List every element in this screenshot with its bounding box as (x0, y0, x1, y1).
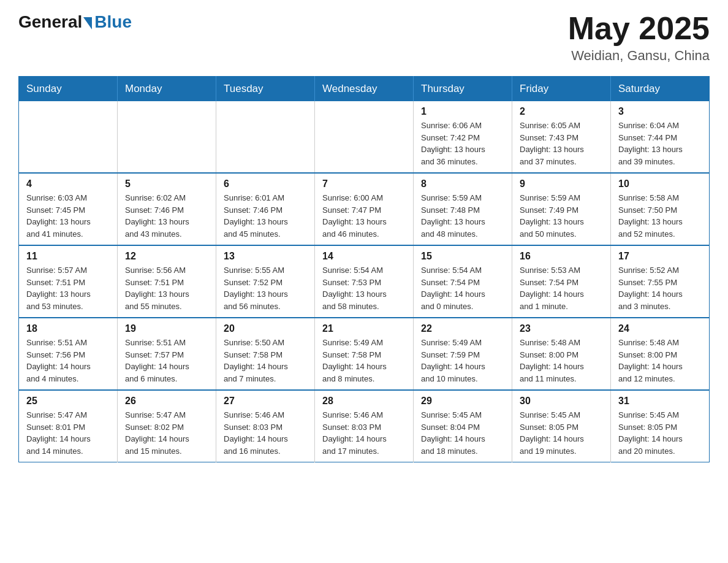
day-number: 26 (125, 396, 208, 407)
calendar-cell: 27Sunrise: 5:46 AMSunset: 8:03 PMDayligh… (216, 390, 315, 462)
day-info: Sunrise: 5:53 AMSunset: 7:54 PMDaylight:… (520, 264, 603, 312)
day-info: Sunrise: 6:05 AMSunset: 7:43 PMDaylight:… (520, 120, 603, 167)
calendar-cell: 29Sunrise: 5:45 AMSunset: 8:04 PMDayligh… (414, 390, 512, 462)
day-info: Sunrise: 5:59 AMSunset: 7:49 PMDaylight:… (520, 192, 603, 240)
day-info: Sunrise: 5:52 AMSunset: 7:55 PMDaylight:… (618, 264, 702, 312)
day-info: Sunrise: 5:48 AMSunset: 8:00 PMDaylight:… (520, 337, 603, 385)
day-info: Sunrise: 5:56 AMSunset: 7:51 PMDaylight:… (125, 264, 208, 312)
day-number: 22 (421, 323, 504, 334)
day-info: Sunrise: 6:02 AMSunset: 7:46 PMDaylight:… (125, 192, 208, 240)
logo-general-text: General (18, 12, 82, 32)
calendar-cell: 4Sunrise: 6:03 AMSunset: 7:45 PMDaylight… (19, 173, 118, 245)
calendar-title: May 2025 (568, 12, 710, 44)
calendar-cell: 3Sunrise: 6:04 AMSunset: 7:44 PMDaylight… (611, 101, 710, 173)
calendar-cell: 24Sunrise: 5:48 AMSunset: 8:00 PMDayligh… (611, 318, 710, 390)
day-info: Sunrise: 5:50 AMSunset: 7:58 PMDaylight:… (224, 337, 307, 385)
day-number: 31 (618, 396, 702, 407)
day-of-week-header: Friday (512, 77, 611, 102)
day-number: 19 (125, 323, 208, 334)
day-number: 9 (520, 178, 603, 190)
day-info: Sunrise: 5:49 AMSunset: 7:58 PMDaylight:… (322, 337, 406, 385)
day-number: 14 (322, 251, 406, 262)
day-info: Sunrise: 6:04 AMSunset: 7:44 PMDaylight:… (618, 120, 702, 167)
day-number: 5 (125, 178, 208, 190)
day-number: 1 (421, 106, 504, 117)
day-number: 21 (322, 323, 406, 334)
calendar-cell: 2Sunrise: 6:05 AMSunset: 7:43 PMDaylight… (512, 101, 611, 173)
day-number: 25 (26, 396, 110, 407)
logo-triangle-icon (83, 17, 92, 29)
day-of-week-header: Sunday (19, 77, 118, 102)
calendar-table: SundayMondayTuesdayWednesdayThursdayFrid… (18, 76, 710, 462)
calendar-cell: 13Sunrise: 5:55 AMSunset: 7:52 PMDayligh… (216, 245, 315, 318)
day-number: 29 (421, 396, 504, 407)
calendar-cell: 22Sunrise: 5:49 AMSunset: 7:59 PMDayligh… (414, 318, 512, 390)
day-number: 27 (224, 396, 307, 407)
day-number: 18 (26, 323, 110, 334)
day-of-week-header: Saturday (611, 77, 710, 102)
day-info: Sunrise: 5:54 AMSunset: 7:53 PMDaylight:… (322, 264, 406, 312)
day-of-week-header: Wednesday (315, 77, 414, 102)
day-info: Sunrise: 5:48 AMSunset: 8:00 PMDaylight:… (618, 337, 702, 385)
day-number: 11 (26, 251, 110, 262)
calendar-cell: 7Sunrise: 6:00 AMSunset: 7:47 PMDaylight… (315, 173, 414, 245)
day-of-week-header: Monday (118, 77, 216, 102)
calendar-cell: 21Sunrise: 5:49 AMSunset: 7:58 PMDayligh… (315, 318, 414, 390)
day-info: Sunrise: 5:47 AMSunset: 8:01 PMDaylight:… (26, 409, 110, 457)
day-info: Sunrise: 6:00 AMSunset: 7:47 PMDaylight:… (322, 192, 406, 240)
calendar-cell: 23Sunrise: 5:48 AMSunset: 8:00 PMDayligh… (512, 318, 611, 390)
day-info: Sunrise: 5:59 AMSunset: 7:48 PMDaylight:… (421, 192, 504, 240)
calendar-cell (315, 101, 414, 173)
day-info: Sunrise: 5:54 AMSunset: 7:54 PMDaylight:… (421, 264, 504, 312)
calendar-week-row: 25Sunrise: 5:47 AMSunset: 8:01 PMDayligh… (19, 390, 710, 462)
calendar-cell: 11Sunrise: 5:57 AMSunset: 7:51 PMDayligh… (19, 245, 118, 318)
day-number: 6 (224, 178, 307, 190)
calendar-cell: 15Sunrise: 5:54 AMSunset: 7:54 PMDayligh… (414, 245, 512, 318)
calendar-cell: 10Sunrise: 5:58 AMSunset: 7:50 PMDayligh… (611, 173, 710, 245)
day-number: 2 (520, 106, 603, 117)
calendar-cell (19, 101, 118, 173)
day-info: Sunrise: 5:47 AMSunset: 8:02 PMDaylight:… (125, 409, 208, 457)
day-info: Sunrise: 5:45 AMSunset: 8:05 PMDaylight:… (520, 409, 603, 457)
calendar-cell: 25Sunrise: 5:47 AMSunset: 8:01 PMDayligh… (19, 390, 118, 462)
calendar-week-row: 4Sunrise: 6:03 AMSunset: 7:45 PMDaylight… (19, 173, 710, 245)
calendar-cell: 1Sunrise: 6:06 AMSunset: 7:42 PMDaylight… (414, 101, 512, 173)
day-number: 13 (224, 251, 307, 262)
calendar-cell: 28Sunrise: 5:46 AMSunset: 8:03 PMDayligh… (315, 390, 414, 462)
day-info: Sunrise: 5:45 AMSunset: 8:04 PMDaylight:… (421, 409, 504, 457)
day-info: Sunrise: 5:49 AMSunset: 7:59 PMDaylight:… (421, 337, 504, 385)
calendar-week-row: 1Sunrise: 6:06 AMSunset: 7:42 PMDaylight… (19, 101, 710, 173)
day-info: Sunrise: 5:46 AMSunset: 8:03 PMDaylight:… (224, 409, 307, 457)
day-of-week-header: Tuesday (216, 77, 315, 102)
calendar-cell: 26Sunrise: 5:47 AMSunset: 8:02 PMDayligh… (118, 390, 216, 462)
calendar-cell: 19Sunrise: 5:51 AMSunset: 7:57 PMDayligh… (118, 318, 216, 390)
day-number: 10 (618, 178, 702, 190)
day-info: Sunrise: 5:51 AMSunset: 7:56 PMDaylight:… (26, 337, 110, 385)
logo-blue-text: Blue (94, 12, 132, 32)
day-number: 30 (520, 396, 603, 407)
day-number: 3 (618, 106, 702, 117)
calendar-cell: 12Sunrise: 5:56 AMSunset: 7:51 PMDayligh… (118, 245, 216, 318)
day-number: 7 (322, 178, 406, 190)
day-of-week-header: Thursday (414, 77, 512, 102)
day-info: Sunrise: 5:55 AMSunset: 7:52 PMDaylight:… (224, 264, 307, 312)
day-number: 20 (224, 323, 307, 334)
calendar-week-row: 18Sunrise: 5:51 AMSunset: 7:56 PMDayligh… (19, 318, 710, 390)
day-number: 17 (618, 251, 702, 262)
day-info: Sunrise: 5:46 AMSunset: 8:03 PMDaylight:… (322, 409, 406, 457)
day-info: Sunrise: 6:03 AMSunset: 7:45 PMDaylight:… (26, 192, 110, 240)
calendar-cell: 14Sunrise: 5:54 AMSunset: 7:53 PMDayligh… (315, 245, 414, 318)
calendar-cell: 9Sunrise: 5:59 AMSunset: 7:49 PMDaylight… (512, 173, 611, 245)
day-info: Sunrise: 6:01 AMSunset: 7:46 PMDaylight:… (224, 192, 307, 240)
calendar-cell: 30Sunrise: 5:45 AMSunset: 8:05 PMDayligh… (512, 390, 611, 462)
day-number: 23 (520, 323, 603, 334)
logo: General Blue (18, 12, 132, 32)
calendar-cell: 20Sunrise: 5:50 AMSunset: 7:58 PMDayligh… (216, 318, 315, 390)
day-number: 24 (618, 323, 702, 334)
calendar-cell (216, 101, 315, 173)
calendar-cell: 31Sunrise: 5:45 AMSunset: 8:05 PMDayligh… (611, 390, 710, 462)
calendar-header-row: SundayMondayTuesdayWednesdayThursdayFrid… (19, 77, 710, 102)
calendar-location: Weidian, Gansu, China (568, 48, 710, 64)
day-number: 8 (421, 178, 504, 190)
day-info: Sunrise: 5:57 AMSunset: 7:51 PMDaylight:… (26, 264, 110, 312)
